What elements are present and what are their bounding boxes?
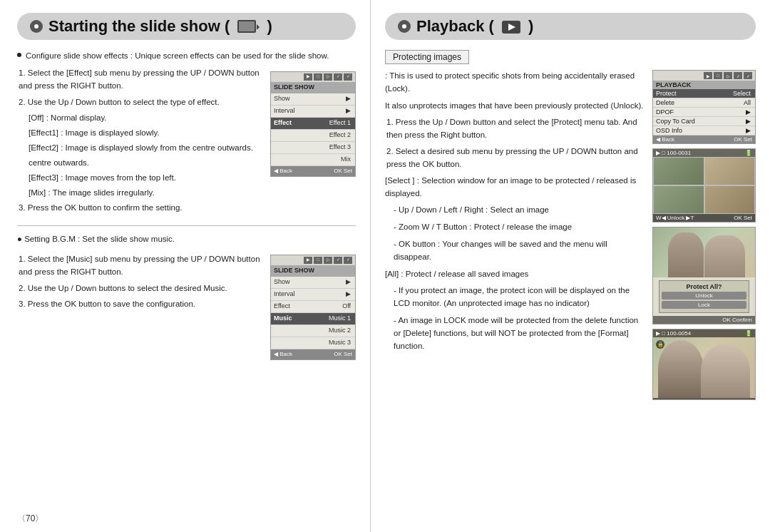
bgm-step3: 3. Press the OK button to save the confi… xyxy=(17,298,262,311)
photo-collage-container xyxy=(653,157,755,214)
slideshow-screen2: ▶ □ ▷ ✓ ✓ SLIDE SHOW Show ▶ Interval xyxy=(270,255,356,360)
select-screen-footer: W◀ Unlock ▶T OK Set xyxy=(653,214,755,222)
lock-indicator: 🔒 xyxy=(656,340,664,349)
effects-intro: Configure slide show effects : Unique sc… xyxy=(17,50,356,63)
mix-label: [Mix] : The image slides irregularly. xyxy=(17,187,262,200)
row2-effect: Effect Off xyxy=(271,301,355,313)
effect2-cont: centre outwards. xyxy=(17,157,262,170)
bullet-icon-right xyxy=(398,20,411,33)
photo-cell-4 xyxy=(704,185,756,214)
screen1-footer: ◀ Back OK Set xyxy=(271,166,355,176)
row2-show: Show ▶ xyxy=(271,277,355,289)
row-effect3: Effect 3 xyxy=(271,142,355,154)
icon-stop2: □ xyxy=(314,257,322,264)
row-interval: Interval ▶ xyxy=(271,106,355,118)
right-screens-container: ▶ □ ▷ ✓ ✓ PLAYBACK Protect Select Delete… xyxy=(652,70,756,400)
pd-photo-bg xyxy=(653,227,755,277)
effects-steps: 1. Select the [Effect] sub menu by press… xyxy=(17,67,262,218)
select-screen-header: ▶ □ 100-0031 🔋 xyxy=(653,149,755,157)
pd-person1 xyxy=(668,232,704,277)
bgm-steps-and-screen: 1. Select the [Music] sub menu by pressi… xyxy=(17,250,356,364)
row-effect2: Effect 2 xyxy=(271,130,355,142)
bgm-step1: 1. Select the [Music] sub menu by pressi… xyxy=(17,253,262,279)
screen2-mockup: ▶ □ ▷ ✓ ✓ SLIDE SHOW Show ▶ Interval xyxy=(267,250,356,364)
bgm-step2: 2. Use the Up / Down buttons to select t… xyxy=(17,282,262,295)
icon-right2: ▷ xyxy=(324,257,332,264)
slide-effects-section: Configure slide show effects : Unique sc… xyxy=(17,50,356,364)
screen2-title: SLIDE SHOW xyxy=(271,265,355,277)
right-section-header: Playback ( ) xyxy=(385,13,756,40)
left-title: Starting the slide show ( ) xyxy=(48,17,272,36)
pb-icon4: ✓ xyxy=(734,72,742,79)
pd-lock-btn: Lock xyxy=(662,301,746,309)
final-photo-screen: ▶ □ 100-0054 🔋 🔒 xyxy=(652,329,756,400)
screen1-icons: ▶ □ ▷ ✓ ✓ xyxy=(271,72,355,82)
right-title: Playback ( ) xyxy=(416,17,533,36)
bullet-icon xyxy=(30,20,43,33)
effect3-label: [Effect3] : Image moves from the top lef… xyxy=(17,172,262,185)
protect-all-dialog-screen: Protect All? Unlock Lock OK Confirm xyxy=(652,227,756,324)
step2: 2. Use the Up / Down button to select th… xyxy=(17,96,262,109)
final-person2 xyxy=(701,344,750,399)
step3: 3. Press the OK button to confirm the se… xyxy=(17,202,262,215)
page: Starting the slide show ( ) Configure sl… xyxy=(0,0,770,532)
screen1-title: SLIDE SHOW xyxy=(271,82,355,93)
screen2-footer: ◀ Back OK Set xyxy=(271,349,355,359)
effect1-label: [Effect1] : Image is displayed slowly. xyxy=(17,127,262,140)
final-screen-header: ▶ □ 100-0054 🔋 xyxy=(653,329,755,337)
icon-check2: ✓ xyxy=(344,73,352,81)
pb-row-osd: OSD Info ▶ xyxy=(653,126,755,135)
row-mix: Mix xyxy=(271,154,355,166)
playback-menu-screen: ▶ □ ▷ ✓ ✓ PLAYBACK Protect Select Delete… xyxy=(652,70,756,144)
slide-show-icon xyxy=(237,19,260,36)
off-label: [Off] : Normal display. xyxy=(17,112,262,125)
row2-interval: Interval ▶ xyxy=(271,289,355,301)
pd-person2 xyxy=(704,235,745,278)
row2-music2: Music 2 xyxy=(271,325,355,337)
icon-play2: ▶ xyxy=(304,257,312,264)
photo-cell-3 xyxy=(653,185,704,214)
screen1-mockup: ▶ □ ▷ ✓ ✓ SLIDE SHOW Show ▶ Interval xyxy=(267,67,356,181)
pb-row-protect: Protect Select xyxy=(653,89,755,98)
pb-icons: ▶ □ ▷ ✓ ✓ xyxy=(653,71,755,81)
pb-icon3: ▷ xyxy=(724,72,732,79)
photo-collage xyxy=(653,157,755,214)
photo-cell-2 xyxy=(704,157,756,185)
final-screen-footer xyxy=(653,398,755,399)
final-person1 xyxy=(658,340,704,398)
bgm-intro: ● Setting B.G.M : Set the slide show mus… xyxy=(17,233,356,246)
svg-marker-2 xyxy=(257,24,260,30)
right-column: Playback ( ) Protecting images ▶ □ ▷ ✓ xyxy=(371,0,770,532)
pb-row-delete: Delete All xyxy=(653,98,755,108)
pb-icon5: ✓ xyxy=(744,72,752,79)
effect2-label: [Effect2] : Image is displayed slowly fr… xyxy=(17,142,262,155)
step1: 1. Select the [Effect] sub menu by press… xyxy=(17,67,262,93)
left-section-header: Starting the slide show ( ) xyxy=(17,13,356,40)
effects-steps-and-screen: 1. Select the [Effect] sub menu by press… xyxy=(17,67,356,218)
pb-row-copy: Copy To Card ▶ xyxy=(653,117,755,126)
pd-unlock-btn: Unlock xyxy=(662,292,746,300)
pb-menu-title: PLAYBACK xyxy=(653,81,755,89)
pb-icon1: ▶ xyxy=(704,72,712,79)
screen2-icons: ▶ □ ▷ ✓ ✓ xyxy=(271,255,355,265)
photo-cell-1 xyxy=(653,157,704,185)
page-number: 〈70〉 xyxy=(17,513,43,525)
pb-footer: ◀ Back OK Set xyxy=(653,135,755,143)
icon-play: ▶ xyxy=(304,73,312,81)
slideshow-screen1: ▶ □ ▷ ✓ ✓ SLIDE SHOW Show ▶ Interval xyxy=(270,71,356,177)
svg-rect-1 xyxy=(239,21,255,31)
icon-check1: ✓ xyxy=(334,73,342,81)
bgm-steps: 1. Select the [Music] sub menu by pressi… xyxy=(17,250,262,314)
row2-music3: Music 3 xyxy=(271,337,355,349)
icon-check4: ✓ xyxy=(344,257,352,264)
pd-title: Protect All? xyxy=(662,283,746,290)
pd-footer: OK Confirm xyxy=(653,316,755,324)
final-photo-content: 🔒 xyxy=(653,337,755,398)
row-effect: Effect Effect 1 xyxy=(271,118,355,130)
pd-dialog-box: Protect All? Unlock Lock xyxy=(659,280,749,313)
pb-row-dpof: DPOF ▶ xyxy=(653,108,755,117)
row-show: Show ▶ xyxy=(271,93,355,106)
playback-icon xyxy=(501,20,521,34)
left-column: Starting the slide show ( ) Configure sl… xyxy=(0,0,371,532)
icon-stop: □ xyxy=(314,73,322,81)
